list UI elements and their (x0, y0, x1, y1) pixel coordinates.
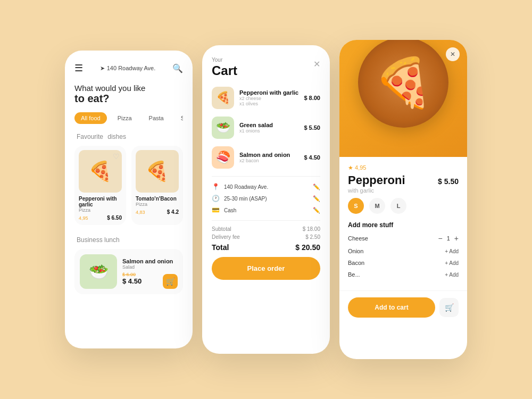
fav-item-pepperoni[interactable]: 🍕 ♡ Pepperoni with garlic Pizza 4,95 $ 6… (74, 146, 126, 225)
fav-tomato-name: Tomato'n'Bacon (136, 196, 179, 202)
tab-pizza[interactable]: Pizza (111, 112, 138, 124)
cart-badge[interactable]: 🛒 (163, 274, 178, 289)
cart-item-salmon-img: 🍣 (212, 146, 234, 169)
cart-item-salmon: 🍣 Salmon and onion x2 bacon $ 4.50 (212, 146, 320, 169)
lunch-img: 🥗 (80, 254, 117, 289)
time-edit-icon[interactable]: ✏️ (313, 195, 320, 202)
cart-item-pizza-details2: x1 olives (239, 101, 298, 106)
fav-pepperoni-rating: 4,95 (79, 215, 88, 221)
grand-total-row: Total $ 20.50 (212, 243, 320, 252)
total-label: Total (212, 243, 229, 252)
fav-pepperoni-price: $ 6.50 (107, 215, 122, 221)
payment-edit-icon[interactable]: ✏️ (313, 207, 320, 214)
detail-footer: Add to cart 🛒 (339, 290, 467, 324)
cart-item-salad-details1: x1 onions (239, 128, 298, 134)
bacon-add-label[interactable]: + Add (445, 260, 459, 266)
detail-body: ★ 4,95 Pepperoni with garlic $ 5.50 S M … (339, 157, 467, 290)
lunch-category: Salad (122, 264, 178, 270)
detail-subtitle: with garlic (348, 187, 405, 194)
cart-payment: Cash (224, 207, 236, 213)
cart-time-row: 🕐 25-30 min (ASAP) ✏️ (212, 195, 320, 202)
card-icon: 💳 (212, 206, 220, 214)
home-topbar: ☰ ➤ 140 Roadway Ave. 🔍 (74, 62, 183, 74)
menu-icon[interactable]: ☰ (74, 62, 83, 74)
be-add-label[interactable]: + Add (445, 272, 459, 278)
detail-price: $ 5.50 (438, 177, 459, 186)
fav-tomato-rating: 4,83 (136, 210, 145, 215)
home-headline: What would you like to eat? (74, 84, 183, 105)
location-label[interactable]: ➤ 140 Roadway Ave. (100, 65, 156, 72)
location-icon: ➤ (100, 65, 105, 72)
cart-item-pizza-details1: x2 cheese (239, 96, 298, 101)
subtotal-label: Subtotal (212, 226, 231, 232)
detail-screen: 🍕 ✕ ★ 4,95 Pepperoni with garlic $ 5.50 … (339, 40, 467, 359)
cart-title: Cart (212, 63, 237, 78)
category-tabs: All food Pizza Pasta Sushi (74, 112, 183, 124)
cart-meta: 📍 140 Roadway Ave. ✏️ 🕐 25-30 min (ASAP)… (212, 176, 320, 214)
cart-address: 140 Roadway Ave. (224, 184, 268, 190)
location-pin-icon: 📍 (212, 183, 220, 190)
clock-icon: 🕐 (212, 195, 220, 202)
cart-item-salad: 🥗 Green salad x1 onions $ 5.50 (212, 117, 320, 139)
tab-sushi[interactable]: Sushi (174, 112, 183, 124)
tab-pasta[interactable]: Pasta (143, 112, 170, 124)
fav-pepperoni-category: Pizza (79, 207, 122, 213)
delivery-row: Delivery fee $ 2.50 (212, 234, 320, 240)
search-icon[interactable]: 🔍 (172, 63, 183, 73)
cart-screen: Your Cart ✕ 🍕 Pepperoni with garlic x2 c… (202, 45, 330, 354)
slash-decoration: // (452, 326, 456, 343)
cart-item-salad-name: Green salad (239, 122, 298, 128)
place-order-button[interactable]: Place order (212, 257, 320, 280)
fav-tomato-img: 🍕 (136, 150, 179, 193)
add-to-cart-button[interactable]: Add to cart (348, 297, 435, 318)
addon-onion: Onion + Add (348, 248, 459, 254)
fav-item-tomato[interactable]: 🍕 Tomato'n'Bacon Pizza 4,83 $ 4.2 (131, 146, 183, 225)
cart-items-list: 🍕 Pepperoni with garlic x2 cheese x1 oli… (212, 87, 320, 169)
cart-time: 25-30 min (ASAP) (224, 196, 267, 202)
total-value: $ 20.50 (295, 243, 320, 252)
heart-icon[interactable]: ♡ (113, 152, 120, 161)
favourite-title: Favourite dishes (74, 131, 183, 140)
cart-payment-row: 💳 Cash ✏️ (212, 206, 320, 214)
cart-totals: Subtotal $ 18.00 Delivery fee $ 2.50 Tot… (212, 220, 320, 252)
size-m-button[interactable]: M (369, 198, 385, 214)
cart-item-pepperoni: 🍕 Pepperoni with garlic x2 cheese x1 oli… (212, 87, 320, 109)
size-s-button[interactable]: S (348, 198, 364, 214)
cart-icon-button[interactable]: 🛒 (439, 298, 459, 317)
location-text: 140 Roadway Ave. (107, 65, 156, 71)
addon-cheese-name: Cheese (348, 235, 368, 242)
size-l-button[interactable]: L (390, 198, 406, 214)
business-lunch-title: Business lunch (74, 235, 183, 244)
address-edit-icon[interactable]: ✏️ (313, 184, 320, 190)
addon-be-name: Be... (348, 271, 360, 278)
pizza-image: 🍕 (358, 40, 448, 128)
fav-pepperoni-name: Pepperoni with garlic (79, 196, 122, 207)
detail-hero: 🍕 ✕ (339, 40, 467, 157)
lunch-name: Salmon and onion (122, 258, 178, 264)
addon-onion-name: Onion (348, 248, 363, 254)
size-selector: S M L (348, 198, 459, 214)
delivery-label: Delivery fee (212, 234, 240, 240)
cart-item-salad-img: 🥗 (212, 117, 234, 139)
cheese-plus-button[interactable]: + (454, 234, 459, 243)
cart-item-salmon-details1: x2 bacon (239, 158, 298, 163)
home-screen: ☰ ➤ 140 Roadway Ave. 🔍 What would you li… (65, 51, 193, 348)
addon-be: Be... + Add (348, 271, 459, 278)
lunch-card[interactable]: 🥗 Salmon and onion Salad $ 6.00 $ 4.50 🛒 (74, 249, 183, 294)
onion-add-label[interactable]: + Add (445, 248, 459, 254)
favourites-grid: 🍕 ♡ Pepperoni with garlic Pizza 4,95 $ 6… (74, 146, 183, 225)
detail-rating: ★ 4,95 (348, 164, 459, 171)
addon-bacon-name: Bacon (348, 260, 364, 266)
cart-close-button[interactable]: ✕ (313, 59, 320, 69)
add-more-title: Add more stuff (348, 221, 459, 229)
cheese-qty: 1 (447, 235, 450, 242)
detail-close-button[interactable]: ✕ (446, 47, 460, 61)
cheese-minus-button[interactable]: − (438, 234, 443, 243)
fav-tomato-price: $ 4.2 (167, 209, 179, 215)
cart-item-pizza-img: 🍕 (212, 87, 234, 109)
fav-tomato-category: Pizza (136, 202, 179, 207)
tab-all-food[interactable]: All food (74, 112, 107, 124)
cart-item-salmon-name: Salmon and onion (239, 152, 298, 158)
cart-address-row: 📍 140 Roadway Ave. ✏️ (212, 183, 320, 190)
cart-your-label: Your (212, 57, 237, 63)
